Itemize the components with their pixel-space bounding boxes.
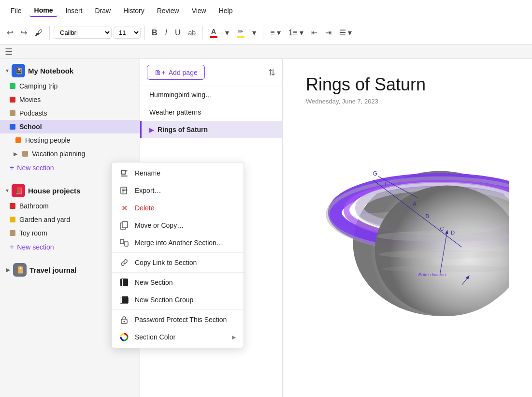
italic-button[interactable]: I <box>162 27 170 39</box>
notebook-chevron-travel: ▶ <box>6 266 10 273</box>
highlight-dropdown[interactable]: ▾ <box>249 26 259 39</box>
plus-icon-2: + <box>10 243 14 251</box>
page-weather[interactable]: Weather patterns <box>140 103 282 121</box>
context-menu-export[interactable]: Export… <box>112 182 244 199</box>
menu-review[interactable]: Review <box>152 5 184 16</box>
toolbar: ↩ ↪ 🖌 Cailbri 11 B I U ab A ▾ ✏ ▾ ≡ ▾ 1≡… <box>0 21 532 44</box>
section-dot-vacation <box>22 151 28 157</box>
svg-text:Enke division: Enke division <box>418 272 446 277</box>
context-menu-password[interactable]: Password Protect This Section <box>112 311 244 328</box>
sort-button[interactable]: ⇅ <box>268 67 275 78</box>
section-dot-movies <box>10 97 15 103</box>
font-color-icon: A <box>210 28 217 38</box>
redo-button[interactable]: ↪ <box>18 26 30 39</box>
sidebar-label-hosting: Hosting people <box>25 136 70 144</box>
page-saturn[interactable]: ▶ Rings of Saturn <box>140 121 282 138</box>
menu-help[interactable]: Help <box>214 5 238 16</box>
font-color-button[interactable]: A <box>207 26 220 40</box>
svg-rect-24 <box>121 176 128 176</box>
svg-point-44 <box>124 321 125 323</box>
add-page-icon: 🗎+ <box>154 68 166 76</box>
password-label: Password Protect This Section <box>135 316 227 323</box>
font-color-dropdown[interactable]: ▾ <box>222 26 232 39</box>
highlight-button[interactable]: ✏ <box>234 26 247 40</box>
svg-text:D: D <box>451 230 455 235</box>
saturn-svg: G F A B C D Enke division <box>306 117 509 320</box>
hamburger-icon[interactable]: ☰ <box>5 46 13 57</box>
move-copy-label: Move or Copy… <box>135 221 184 229</box>
context-menu-rename[interactable]: Rename <box>112 164 244 182</box>
separator-1 <box>49 26 50 40</box>
menu-view[interactable]: View <box>187 5 211 16</box>
notebook-icon-travel: 📔 <box>13 263 27 277</box>
notebook-title-house: House projects <box>28 187 80 195</box>
svg-text:F: F <box>385 181 388 187</box>
section-dot-toyroom <box>10 230 15 236</box>
separator-ctx-2 <box>112 272 244 273</box>
align-button[interactable]: ☰ ▾ <box>336 26 355 39</box>
context-menu-copy-link[interactable]: Copy Link to Section <box>112 254 244 271</box>
svg-rect-37 <box>125 242 128 246</box>
context-menu-new-section[interactable]: New Section <box>112 274 244 291</box>
section-dot-school <box>10 124 15 130</box>
new-section-icon <box>119 278 129 287</box>
sidebar-item-vacation[interactable]: ▶ Vacation planning <box>0 147 140 161</box>
font-family-select[interactable]: Cailbri <box>54 27 112 39</box>
sidebar-label-camping: Camping trip <box>19 82 58 90</box>
menu-history[interactable]: History <box>118 5 149 16</box>
sidebar-item-podcasts[interactable]: Podcasts <box>0 106 140 120</box>
strikethrough-button[interactable]: ab <box>186 27 199 39</box>
color-icon <box>119 332 129 342</box>
increase-indent-button[interactable]: ⇥ <box>322 26 334 39</box>
menu-file[interactable]: File <box>6 5 27 16</box>
color-label: Section Color <box>135 333 175 341</box>
page-saturn-label: Rings of Saturn <box>158 126 208 133</box>
page-date: Wednesday, June 7, 2023 <box>306 98 509 105</box>
copy-link-label: Copy Link to Section <box>135 259 197 266</box>
sidebar-item-school[interactable]: School <box>0 120 140 133</box>
page-hummingbird[interactable]: Hummingbird wing… <box>140 86 282 103</box>
menu-draw[interactable]: Draw <box>90 5 115 16</box>
context-menu: Rename Export… ✕ Delete Move or Copy… <box>111 162 244 348</box>
notebook-icon-my-notebook: 📓 <box>12 64 25 77</box>
bold-button[interactable]: B <box>149 27 160 39</box>
undo-button[interactable]: ↩ <box>4 26 16 39</box>
separator-ctx-3 <box>112 309 244 310</box>
delete-label: Delete <box>135 204 154 212</box>
notebook-my-notebook[interactable]: ▾ 📓 My Notebook <box>0 59 140 79</box>
notebook-title-my-notebook: My Notebook <box>28 67 73 75</box>
password-icon <box>119 315 129 324</box>
separator-ctx-1 <box>112 252 244 253</box>
context-menu-color[interactable]: Section Color ▶ <box>112 328 244 346</box>
merge-label: Merge into Another Section… <box>135 239 223 247</box>
section-dot-bathroom <box>10 203 15 209</box>
svg-text:B: B <box>426 213 430 219</box>
sidebar-item-movies[interactable]: Movies <box>0 93 140 106</box>
menu-bar: File Home Insert Draw History Review Vie… <box>0 0 532 21</box>
underline-button[interactable]: U <box>172 27 184 39</box>
numbered-list-button[interactable]: 1≡ ▾ <box>286 26 306 39</box>
context-menu-new-group[interactable]: New Section Group <box>112 291 244 309</box>
format-painter-button[interactable]: 🖌 <box>32 27 45 39</box>
notebook-icon-house: 📕 <box>12 184 25 197</box>
add-page-button[interactable]: 🗎+ Add page <box>147 65 205 80</box>
context-menu-merge[interactable]: Merge into Another Section… <box>112 234 244 251</box>
saturn-illustration: G F A B C D Enke division <box>306 117 509 320</box>
sidebar-item-camping[interactable]: Camping trip <box>0 79 140 93</box>
context-menu-move-copy[interactable]: Move or Copy… <box>112 217 244 234</box>
export-label: Export… <box>135 187 161 194</box>
sidebar-item-hosting[interactable]: Hosting people <box>0 133 140 147</box>
decrease-indent-button[interactable]: ⇤ <box>308 26 320 39</box>
font-size-select[interactable]: 11 <box>114 27 141 39</box>
svg-rect-36 <box>120 239 124 244</box>
bullet-list-button[interactable]: ≡ ▾ <box>267 26 284 39</box>
new-group-label: New Section Group <box>135 296 193 304</box>
menu-home[interactable]: Home <box>29 4 58 17</box>
rename-label: Rename <box>135 169 160 177</box>
sidebar-label-garden: Garden and yard <box>19 216 70 223</box>
svg-rect-41 <box>120 297 122 303</box>
separator-2 <box>144 26 145 40</box>
context-menu-delete[interactable]: ✕ Delete <box>112 199 244 217</box>
sidebar-label-vacation: Vacation planning <box>32 150 85 158</box>
menu-insert[interactable]: Insert <box>60 5 87 16</box>
